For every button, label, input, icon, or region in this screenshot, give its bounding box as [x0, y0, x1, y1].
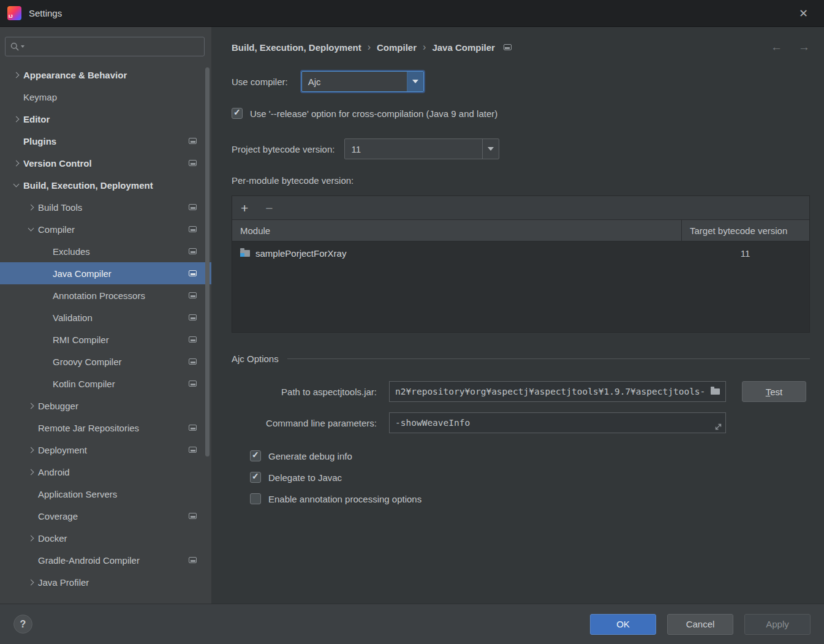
project-bytecode-value: 11	[345, 144, 361, 154]
sidebar-item-label: Appearance & Behavior	[23, 70, 127, 80]
sidebar-item-label: Build, Execution, Deployment	[23, 180, 153, 191]
sidebar-item-annotation-processors[interactable]: Annotation Processors	[0, 284, 211, 306]
aspectjtools-path-value: n2¥repository¥org¥aspectj¥aspectjtools¥1…	[395, 387, 706, 396]
chevron-icon	[23, 514, 38, 518]
sidebar-item-appearance-behavior[interactable]: Appearance & Behavior	[0, 64, 211, 86]
sidebar-item-plugins[interactable]: Plugins	[0, 130, 211, 152]
column-header-module[interactable]: Module	[232, 220, 681, 241]
use-compiler-select[interactable]: Ajc	[301, 71, 424, 92]
forward-arrow-icon[interactable]: →	[798, 40, 810, 54]
sidebar-item-label: Validation	[53, 313, 93, 323]
per-module-label: Per-module bytecode version:	[232, 175, 810, 186]
sidebar-item-label: Gradle-Android Compiler	[38, 555, 140, 566]
delegate-to-javac-checkbox[interactable]: Delegate to Javac	[250, 472, 810, 483]
remove-icon[interactable]: −	[265, 202, 273, 214]
sidebar-item-java-compiler[interactable]: Java Compiler	[0, 262, 211, 284]
enable-annotation-processing-checkbox[interactable]: Enable annotation processing options	[250, 493, 810, 504]
sidebar-item-build-tools[interactable]: Build Tools	[0, 196, 211, 218]
titlebar: IJ Settings ✕	[0, 0, 824, 27]
project-bytecode-select[interactable]: 11	[344, 138, 499, 159]
breadcrumb-separator-icon: ›	[368, 42, 371, 53]
intellij-logo-icon: IJ	[7, 6, 21, 20]
sidebar-item-editor[interactable]: Editor	[0, 108, 211, 130]
dialog-footer: ? OK Cancel Apply	[0, 604, 824, 644]
expand-field-icon[interactable]	[714, 423, 722, 431]
project-scope-icon	[189, 557, 197, 563]
project-scope-icon	[189, 292, 197, 298]
ok-button[interactable]: OK	[590, 614, 656, 635]
search-options-caret-icon[interactable]	[21, 45, 25, 48]
apply-button[interactable]: Apply	[744, 614, 811, 635]
generate-debug-info-checkbox[interactable]: Generate debug info	[250, 450, 810, 461]
combo-arrow-icon[interactable]	[482, 139, 499, 159]
ajc-options-title: Ajc Options	[232, 354, 279, 364]
sidebar-item-build-execution-deployment[interactable]: Build, Execution, Deployment	[0, 174, 211, 196]
combo-arrow-icon[interactable]	[407, 72, 423, 91]
cancel-button[interactable]: Cancel	[667, 614, 733, 635]
table-row[interactable]: samplePorjectForXray 11	[232, 241, 809, 265]
sidebar-item-label: Coverage	[38, 511, 78, 521]
checkbox-box-icon	[232, 108, 243, 119]
add-icon[interactable]: +	[241, 202, 248, 214]
release-option-checkbox[interactable]: Use '--release' option for cross-compila…	[232, 108, 810, 119]
sidebar-scrollbar[interactable]	[205, 67, 210, 456]
sidebar-item-docker[interactable]: Docker	[0, 527, 211, 549]
checkbox-box-icon	[250, 472, 261, 483]
sidebar-item-keymap[interactable]: Keymap	[0, 86, 211, 108]
module-target-bytecode[interactable]: 11	[681, 241, 809, 265]
project-scope-icon	[189, 138, 197, 144]
sidebar-item-label: Deployment	[38, 445, 87, 455]
close-icon[interactable]: ✕	[799, 8, 808, 19]
help-button[interactable]: ?	[13, 615, 32, 634]
sidebar-item-rmi-compiler[interactable]: RMI Compiler	[0, 328, 211, 350]
aspectjtools-path-label: Path to aspectjtools.jar:	[232, 387, 377, 397]
project-scope-icon	[189, 425, 197, 431]
checkbox-box-icon	[250, 450, 261, 461]
ajc-options-section: Ajc Options	[232, 354, 810, 364]
chevron-icon	[23, 580, 38, 585]
back-arrow-icon[interactable]: ←	[771, 40, 782, 54]
breadcrumb-item-compiler[interactable]: Compiler	[377, 42, 417, 53]
sidebar-item-version-control[interactable]: Version Control	[0, 152, 211, 174]
sidebar-item-deployment[interactable]: Deployment	[0, 439, 211, 461]
sidebar-item-groovy-compiler[interactable]: Groovy Compiler	[0, 350, 211, 373]
sidebar-item-label: Android	[38, 467, 70, 477]
sidebar-item-excludes[interactable]: Excludes	[0, 240, 211, 262]
settings-window: IJ Settings ✕ Appearance & Behavior Keym…	[0, 0, 824, 644]
sidebar-item-coverage[interactable]: Coverage	[0, 505, 211, 527]
chevron-icon	[23, 228, 38, 230]
sidebar-item-label: Kotlin Compiler	[53, 379, 115, 389]
breadcrumb-item-java-compiler[interactable]: Java Compiler	[432, 42, 495, 53]
column-header-target-bytecode[interactable]: Target bytecode version	[681, 220, 809, 241]
search-box[interactable]	[5, 37, 205, 56]
sidebar-item-gradle-android-compiler[interactable]: Gradle-Android Compiler	[0, 549, 211, 571]
sidebar-item-compiler[interactable]: Compiler	[0, 218, 211, 240]
sidebar-item-validation[interactable]: Validation	[0, 306, 211, 328]
sidebar-item-application-servers[interactable]: Application Servers	[0, 483, 211, 505]
compiler-options-group: Generate debug info Delegate to Javac En…	[250, 450, 810, 504]
sidebar-item-android[interactable]: Android	[0, 461, 211, 483]
project-bytecode-label: Project bytecode version:	[232, 144, 335, 154]
settings-search-input[interactable]	[29, 41, 199, 53]
sidebar-item-label: Groovy Compiler	[53, 357, 122, 367]
command-line-parameters-label: Command line parameters:	[232, 418, 377, 428]
sidebar-item-kotlin-compiler[interactable]: Kotlin Compiler	[0, 373, 211, 395]
command-line-parameters-input[interactable]: -showWeaveInfo	[389, 412, 726, 433]
sidebar-item-java-profiler[interactable]: Java Profiler	[0, 571, 211, 593]
sidebar-item-label: RMI Compiler	[53, 335, 109, 345]
sidebar-item-debugger[interactable]: Debugger	[0, 395, 211, 417]
folder-open-icon[interactable]	[711, 388, 720, 395]
breadcrumb-item-build-execution-deployment[interactable]: Build, Execution, Deployment	[232, 42, 361, 53]
project-scope-icon	[189, 513, 197, 519]
sidebar-item-label: Java Compiler	[53, 268, 112, 279]
sidebar-item-remote-jar-repositories[interactable]: Remote Jar Repositories	[0, 417, 211, 439]
test-button[interactable]: Test	[742, 381, 806, 402]
chevron-icon	[23, 404, 38, 408]
chevron-icon	[23, 470, 38, 474]
module-folder-icon	[240, 250, 250, 257]
use-compiler-value: Ajc	[302, 77, 321, 87]
settings-sidebar: Appearance & Behavior Keymap Editor Plug…	[0, 27, 211, 604]
aspectjtools-path-input[interactable]: n2¥repository¥org¥aspectj¥aspectjtools¥1…	[389, 381, 726, 402]
sidebar-item-label: Keymap	[23, 92, 57, 102]
sidebar-item-label: Compiler	[38, 224, 75, 235]
